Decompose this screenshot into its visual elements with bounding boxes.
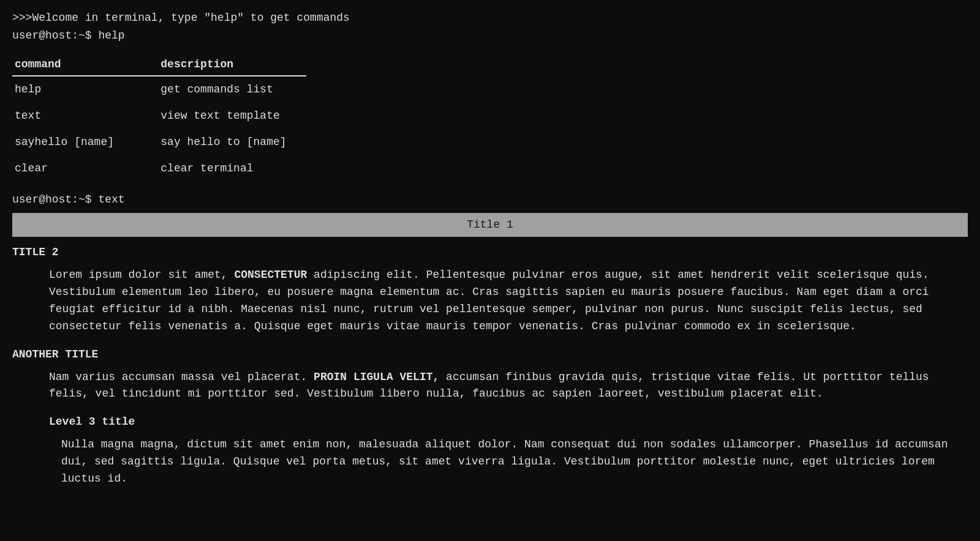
paragraph3: Nulla magna magna, dictum sit amet enim … [61, 436, 968, 488]
level3-title-heading: Level 3 title [49, 414, 968, 430]
prompt-help: user@host:~$ help [12, 28, 968, 44]
description-cell: get commands list [158, 76, 306, 103]
table-row: sayhello [name]say hello to [name] [12, 129, 306, 155]
col-command-header: command [12, 54, 158, 76]
paragraph1-bold: CONSECTETUR [234, 269, 307, 281]
text-template-output: Title 1 TITLE 2 Lorem ipsum dolor sit am… [12, 213, 968, 488]
command-cell: text [12, 103, 158, 129]
description-cell: view text template [158, 103, 306, 129]
another-title-heading: ANOTHER TITLE [12, 346, 968, 363]
paragraph2-pre: Nam varius accumsan massa vel placerat. [49, 371, 314, 383]
table-row: clearclear terminal [12, 155, 306, 182]
command-cell: clear [12, 155, 158, 182]
paragraph2: Nam varius accumsan massa vel placerat. … [49, 369, 968, 403]
title1-bar: Title 1 [12, 213, 968, 237]
paragraph2-bold: PROIN LIGULA VELIT, [314, 371, 439, 383]
description-cell: clear terminal [158, 155, 306, 182]
paragraph1: Lorem ipsum dolor sit amet, CONSECTETUR … [49, 267, 968, 335]
table-row: textview text template [12, 103, 306, 129]
description-cell: say hello to [name] [158, 129, 306, 155]
command-cell: help [12, 76, 158, 103]
title2-heading: TITLE 2 [12, 244, 968, 261]
paragraph1-pre: Lorem ipsum dolor sit amet, [49, 269, 234, 281]
col-description-header: description [158, 54, 306, 76]
help-table: command description helpget commands lis… [12, 54, 306, 182]
command-cell: sayhello [name] [12, 129, 158, 155]
table-row: helpget commands list [12, 76, 306, 103]
welcome-message: >>>Welcome in terminal, type "help" to g… [12, 10, 968, 26]
prompt-text: user@host:~$ text [12, 192, 968, 208]
